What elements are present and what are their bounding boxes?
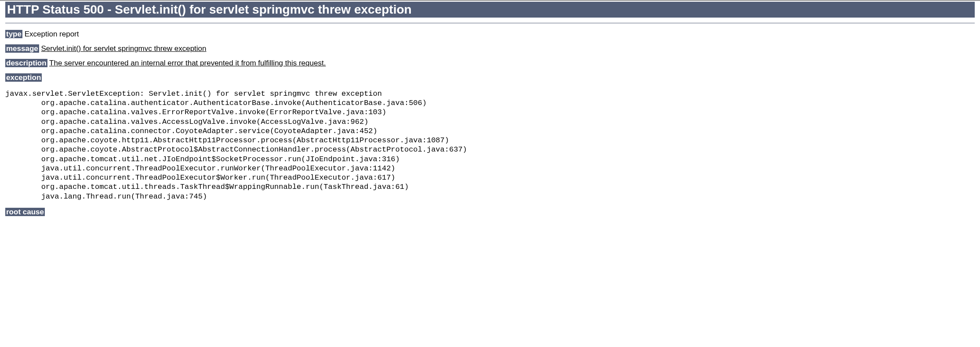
type-label: type [5,30,22,38]
root-cause-row: root cause [5,207,975,217]
description-row: description The server encountered an in… [5,58,975,69]
error-heading: HTTP Status 500 - Servlet.init() for ser… [5,2,975,18]
message-row: message Servlet.init() for servlet sprin… [5,44,975,54]
top-divider [0,0,980,1]
message-value: Servlet.init() for servlet springmvc thr… [41,44,207,53]
root-cause-label: root cause [5,208,45,216]
type-row: type Exception report [5,29,975,40]
exception-row: exception [5,73,975,83]
message-label: message [5,44,39,53]
exception-stacktrace: javax.servlet.ServletException: Servlet.… [5,89,975,201]
section-divider [5,23,975,23]
exception-label: exception [5,73,42,82]
description-label: description [5,59,47,67]
description-value: The server encountered an internal error… [49,59,326,67]
type-value: Exception report [25,30,79,38]
